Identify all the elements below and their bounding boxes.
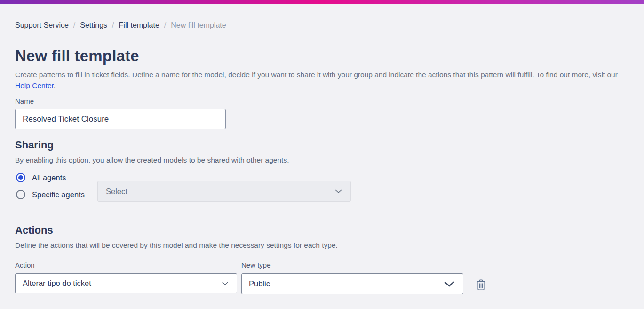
brand-gradient-bar [0, 0, 644, 4]
action-row: Action Alterar tipo do ticket New type P… [15, 261, 629, 294]
radio-all-agents-label: All agents [32, 173, 66, 182]
breadcrumb-item-fill-template[interactable]: Fill template [119, 21, 159, 30]
new-type-label: New type [241, 261, 463, 269]
new-type-select-value: Public [249, 279, 270, 288]
new-type-select[interactable]: Public [241, 273, 463, 294]
delete-action-button[interactable] [475, 278, 487, 292]
action-column: Action Alterar tipo do ticket [15, 261, 237, 293]
specific-agents-select-placeholder: Select [106, 187, 127, 196]
chevron-down-icon [222, 282, 228, 285]
page-description: Create patterns to fill in ticket fields… [15, 69, 629, 91]
chevron-down-icon [444, 281, 454, 287]
action-select[interactable]: Alterar tipo do ticket [15, 273, 237, 293]
actions-section-description: Define the actions that will be covered … [15, 241, 629, 250]
breadcrumb-separator: / [73, 21, 75, 30]
sharing-section-description: By enabling this option, you allow the c… [15, 156, 629, 164]
actions-section-title: Actions [15, 224, 629, 236]
sharing-options: All agents Specific agents Select [15, 171, 629, 206]
page-description-period: . [54, 81, 56, 89]
new-type-column: New type Public [241, 261, 463, 294]
breadcrumb-item-support-service[interactable]: Support Service [15, 21, 69, 30]
radio-specific-agents-label: Specific agents [32, 190, 85, 199]
breadcrumb-separator: / [112, 21, 114, 30]
trash-icon [477, 279, 485, 291]
help-center-link[interactable]: Help Center [15, 81, 54, 89]
breadcrumb-separator: / [164, 21, 166, 30]
action-label: Action [15, 261, 237, 269]
page-description-text: Create patterns to fill in ticket fields… [15, 71, 618, 79]
sharing-section-title: Sharing [15, 139, 629, 151]
breadcrumb-item-settings[interactable]: Settings [80, 21, 107, 30]
specific-agents-select[interactable]: Select [97, 181, 351, 202]
radio-all-agents-icon[interactable] [16, 173, 25, 182]
page-title: New fill template [15, 47, 629, 65]
name-input[interactable] [15, 109, 226, 129]
chevron-down-icon [335, 189, 342, 194]
radio-specific-agents-icon[interactable] [16, 190, 25, 199]
action-select-value: Alterar tipo do ticket [23, 279, 91, 288]
breadcrumb-current: New fill template [171, 21, 226, 30]
page-content: Support Service / Settings / Fill templa… [0, 21, 644, 294]
name-label: Name [15, 97, 629, 105]
breadcrumb: Support Service / Settings / Fill templa… [15, 21, 629, 30]
